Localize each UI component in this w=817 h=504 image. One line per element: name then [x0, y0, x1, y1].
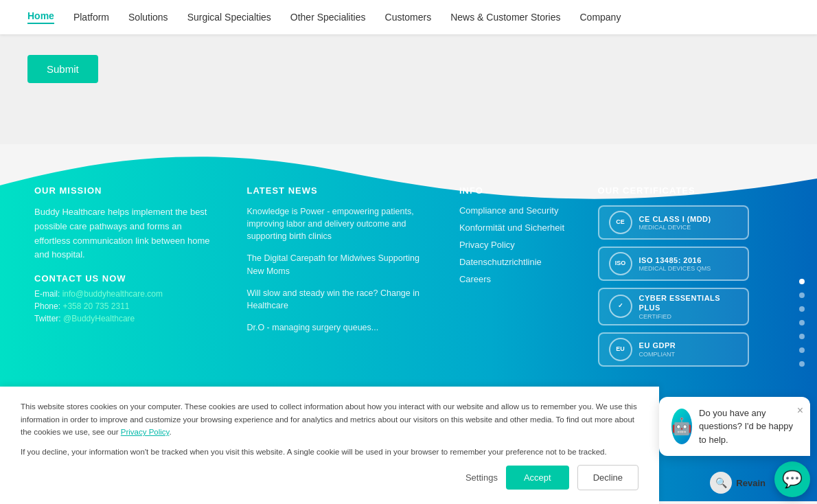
- privacy-policy-link[interactable]: Privacy Policy: [121, 428, 170, 436]
- cyber-icon: ✓: [609, 295, 632, 318]
- dot-2[interactable]: [799, 293, 805, 298]
- revain-icon: 🔍: [710, 472, 732, 494]
- phone-line: Phone: +358 20 735 2311: [34, 301, 219, 311]
- cookie-accept-button[interactable]: Accept: [506, 466, 569, 490]
- info-link-2[interactable]: Konformität und Sicherheit: [459, 222, 571, 233]
- footer-content: OUR MISSION Buddy Healthcare helps imple…: [0, 144, 817, 401]
- nav-item-company[interactable]: Company: [579, 12, 621, 23]
- cookie-actions: Settings Accept Decline: [21, 465, 638, 490]
- nav-item-news[interactable]: News & Customer Stories: [450, 12, 560, 23]
- cert-text-cyber: CYBER ESSENTIALS PLUS CERTIFIED: [639, 293, 738, 320]
- email-value[interactable]: info@buddyhealthcare.com: [62, 289, 163, 299]
- phone-value: +358 20 735 2311: [62, 301, 129, 311]
- dot-6[interactable]: [799, 347, 805, 353]
- footer-mission-column: OUR MISSION Buddy Healthcare helps imple…: [34, 185, 219, 374]
- info-link-5[interactable]: Careers: [459, 274, 571, 284]
- section-dots-nav: [799, 279, 805, 367]
- cookie-decline-button[interactable]: Decline: [577, 465, 638, 490]
- twitter-label: Twitter:: [34, 314, 61, 323]
- certs-heading: OUR CERTIFICATES: [598, 185, 783, 196]
- cookie-text-main: This website stores cookies on your comp…: [21, 400, 638, 438]
- submit-button[interactable]: Submit: [27, 55, 98, 83]
- mission-heading: OUR MISSION: [34, 185, 219, 196]
- footer-info-column: INFO Compliance and Security Konformität…: [459, 185, 571, 374]
- contact-heading: CONTACT US NOW: [34, 273, 219, 284]
- news-heading: LATEST NEWS: [246, 185, 431, 196]
- nav-item-surgical[interactable]: Surgical Specialties: [187, 12, 271, 23]
- news-item-3[interactable]: Will slow and steady win the race? Chang…: [246, 287, 431, 312]
- chat-bubble: × 🤖 Do you have any questions? I'd be ha…: [659, 397, 810, 457]
- cookie-text-decline-info: If you decline, your information won't b…: [21, 446, 638, 458]
- top-content-area: Submit: [0, 34, 817, 144]
- nav-item-other-specialities[interactable]: Other Specialities: [290, 12, 366, 23]
- nav-item-platform[interactable]: Platform: [73, 12, 109, 23]
- navbar: Home Platform Solutions Surgical Special…: [0, 0, 817, 34]
- cert-text-iso: ISO 13485: 2016 MEDICAL DEVICES QMS: [639, 255, 711, 272]
- footer-news-column: LATEST NEWS Knowledge is Power - empower…: [246, 185, 431, 374]
- dot-3[interactable]: [799, 306, 805, 312]
- dot-7[interactable]: [799, 361, 805, 367]
- nav-item-home[interactable]: Home: [27, 10, 54, 24]
- cookie-banner: This website stores cookies on your comp…: [0, 387, 659, 504]
- ce-icon: CE: [609, 211, 632, 234]
- news-item-4[interactable]: Dr.O - managing surgery queues...: [246, 321, 431, 334]
- phone-label: Phone:: [34, 301, 60, 311]
- nav-item-solutions[interactable]: Solutions: [128, 12, 168, 23]
- chat-avatar-row: 🤖 Do you have any questions? I'd be happ…: [671, 406, 798, 447]
- twitter-line: Twitter: @BuddyHealthcare: [34, 314, 219, 323]
- chat-avatar: 🤖: [671, 409, 692, 444]
- chat-close-button[interactable]: ×: [797, 402, 803, 419]
- email-label: E-mail:: [34, 289, 60, 299]
- twitter-value[interactable]: @BuddyHealthcare: [63, 314, 135, 323]
- footer-certificates-column: OUR CERTIFICATES CE CE CLASS I (MDD) MED…: [598, 185, 783, 374]
- chat-open-button[interactable]: 💬: [774, 461, 810, 497]
- cert-text-ce: CE CLASS I (MDD) MEDICAL DEVICE: [639, 214, 711, 231]
- nav-item-customers[interactable]: Customers: [385, 12, 432, 23]
- cert-badge-cyber: ✓ CYBER ESSENTIALS PLUS CERTIFIED: [598, 288, 749, 325]
- gdpr-icon: EU: [609, 338, 632, 361]
- cookie-settings-button[interactable]: Settings: [465, 472, 498, 483]
- revain-label[interactable]: Revain: [736, 478, 766, 488]
- cert-badge-ce: CE CE CLASS I (MDD) MEDICAL DEVICE: [598, 205, 749, 240]
- info-heading: INFO: [459, 185, 571, 196]
- cert-badge-gdpr: EU EU GDPR COMPLIANT: [598, 332, 749, 367]
- dot-5[interactable]: [799, 334, 805, 339]
- news-item-1[interactable]: Knowledge is Power - empowering patients…: [246, 205, 431, 242]
- mission-text: Buddy Healthcare helps implement the bes…: [34, 205, 219, 262]
- info-link-4[interactable]: Datenschutzrichtlinie: [459, 257, 571, 267]
- cert-text-gdpr: EU GDPR COMPLIANT: [639, 341, 676, 357]
- iso-icon: ISO: [609, 252, 632, 275]
- chat-message: Do you have any questions? I'd be happy …: [699, 406, 798, 447]
- cert-badge-iso: ISO ISO 13485: 2016 MEDICAL DEVICES QMS: [598, 247, 749, 281]
- info-link-1[interactable]: Compliance and Security: [459, 205, 571, 216]
- revain-area: 🔍 Revain: [710, 472, 766, 494]
- dot-4[interactable]: [799, 320, 805, 325]
- dot-1[interactable]: [799, 279, 805, 284]
- news-item-2[interactable]: The Digital Carepath for Midwives Suppor…: [246, 252, 431, 277]
- email-line: E-mail: info@buddyhealthcare.com: [34, 289, 219, 299]
- info-link-3[interactable]: Privacy Policy: [459, 240, 571, 250]
